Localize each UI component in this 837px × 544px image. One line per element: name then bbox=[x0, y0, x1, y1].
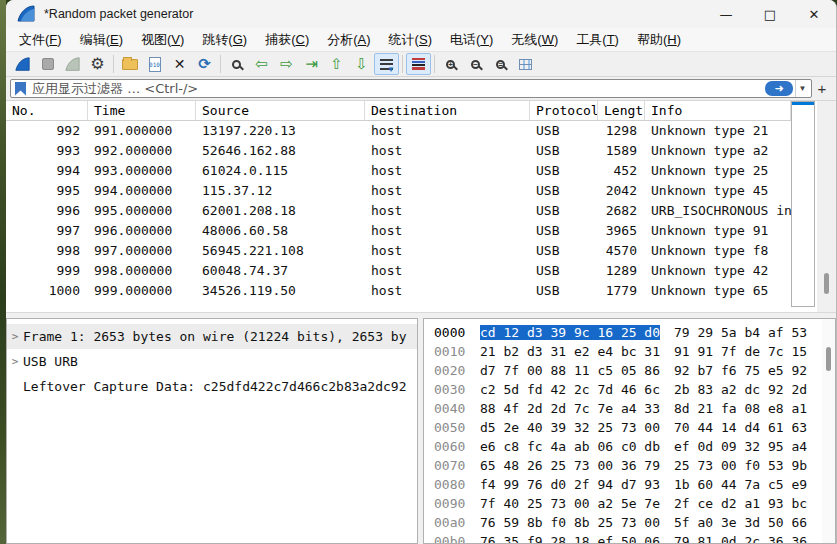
expander-icon[interactable]: > bbox=[7, 330, 23, 343]
hex-bytes-left[interactable]: 76 59 8b f0 8b 25 73 00 bbox=[480, 515, 660, 530]
intelligent-scrollbar-minimap[interactable] bbox=[791, 101, 815, 307]
hex-row[interactable]: 001021 b2 d3 31 e2 e4 bc 3191 91 7f de 7… bbox=[434, 344, 835, 363]
menu-item-4[interactable]: 捕获(C) bbox=[256, 29, 318, 51]
add-filter-button[interactable]: + bbox=[812, 80, 832, 97]
packet-list-scrollbar-thumb[interactable] bbox=[824, 273, 829, 294]
stop-capture-button[interactable] bbox=[35, 53, 60, 75]
column-header-length[interactable]: Length bbox=[598, 101, 645, 120]
go-to-packet-button[interactable]: ⇥ bbox=[299, 53, 324, 75]
hex-bytes-left[interactable]: d7 7f 00 88 11 c5 05 86 bbox=[480, 363, 660, 378]
resize-columns-button[interactable] bbox=[513, 53, 538, 75]
packet-row[interactable]: 998997.00000056945.221.108hostUSB4570Unk… bbox=[6, 241, 791, 261]
menu-item-0[interactable]: 文件(F) bbox=[10, 29, 71, 51]
menu-item-3[interactable]: 跳转(G) bbox=[193, 29, 256, 51]
column-header-info[interactable]: Info bbox=[645, 101, 791, 120]
hex-bytes-right[interactable]: 8d 21 fa 08 e8 a1 bbox=[674, 401, 807, 416]
hex-bytes-left[interactable]: 7f 40 25 73 00 a2 5e 7e bbox=[480, 496, 660, 511]
restart-capture-button[interactable] bbox=[60, 53, 85, 75]
reload-file-button[interactable]: ⟳ bbox=[192, 53, 217, 75]
go-top-button[interactable]: ⇧ bbox=[324, 53, 349, 75]
apply-filter-button[interactable]: ➜ bbox=[765, 81, 793, 96]
hex-bytes-right[interactable]: 2f ce d2 a1 93 bc bbox=[674, 496, 807, 511]
packet-row[interactable]: 996995.00000062001.208.18hostUSB2682URB_… bbox=[6, 201, 791, 221]
menu-item-5[interactable]: 分析(A) bbox=[318, 29, 379, 51]
hex-row[interactable]: 00907f 40 25 73 00 a2 5e 7e2f ce d2 a1 9… bbox=[434, 496, 835, 515]
minimize-button[interactable]: — bbox=[704, 0, 748, 28]
find-packet-button[interactable] bbox=[224, 53, 249, 75]
hex-bytes-left[interactable]: c2 5d fd 42 2c 7d 46 6c bbox=[480, 382, 660, 397]
hex-bytes-right[interactable]: 70 44 14 d4 61 63 bbox=[674, 420, 807, 435]
close-button[interactable]: ✕ bbox=[792, 0, 836, 28]
hex-bytes-right[interactable]: 79 29 5a b4 af 53 bbox=[674, 325, 807, 340]
hex-bytes-right[interactable]: 91 91 7f de 7c 15 bbox=[674, 344, 807, 359]
hex-row[interactable]: 00b076 35 f9 28 18 ef 50 0679 81 0d 2c 3… bbox=[434, 534, 835, 544]
packet-row[interactable]: 997996.00000048006.60.58hostUSB3965Unkno… bbox=[6, 221, 791, 241]
packet-row[interactable]: 993992.00000052646.162.88hostUSB1589Unkn… bbox=[6, 141, 791, 161]
menu-item-6[interactable]: 统计(S) bbox=[380, 29, 441, 51]
detail-tree-item[interactable]: >USB URB bbox=[7, 349, 417, 374]
menu-item-9[interactable]: 工具(T) bbox=[567, 29, 628, 51]
maximize-button[interactable]: □ bbox=[748, 0, 792, 28]
hex-bytes-left[interactable]: e6 c8 fc 4a ab 06 c0 db bbox=[480, 439, 660, 454]
go-forward-button[interactable]: ⇨ bbox=[274, 53, 299, 75]
hex-bytes-left[interactable]: 21 b2 d3 31 e2 e4 bc 31 bbox=[480, 344, 660, 359]
auto-scroll-toggle[interactable]: ▼ bbox=[374, 53, 399, 75]
detail-tree-item[interactable]: >Frame 1: 2653 bytes on wire (21224 bits… bbox=[7, 324, 417, 349]
hex-row[interactable]: 00a076 59 8b f0 8b 25 73 005f a0 3e 3d 5… bbox=[434, 515, 835, 534]
open-file-button[interactable] bbox=[117, 53, 142, 75]
hex-bytes-left[interactable]: 88 4f 2d 2d 7c 7e a4 33 bbox=[480, 401, 660, 416]
hex-scrollbar[interactable] bbox=[822, 319, 835, 543]
bookmark-icon[interactable] bbox=[15, 82, 26, 96]
go-bottom-button[interactable]: ⇩ bbox=[349, 53, 374, 75]
menu-item-7[interactable]: 电话(Y) bbox=[441, 29, 502, 51]
hex-rows[interactable]: 0000cd 12 d3 39 9c 16 25 d079 29 5a b4 a… bbox=[434, 325, 835, 544]
colorize-toggle[interactable] bbox=[406, 53, 431, 75]
hex-bytes-right[interactable]: 2b 83 a2 dc 92 2d bbox=[674, 382, 807, 397]
hex-bytes-right[interactable]: 92 b7 f6 75 e5 92 bbox=[674, 363, 807, 378]
hex-row[interactable]: 0060e6 c8 fc 4a ab 06 c0 dbef 0d 09 32 9… bbox=[434, 439, 835, 458]
display-filter-input[interactable] bbox=[32, 81, 765, 96]
menu-item-1[interactable]: 编辑(E) bbox=[71, 29, 132, 51]
hex-row[interactable]: 0050d5 2e 40 39 32 25 73 0070 44 14 d4 6… bbox=[434, 420, 835, 439]
hex-bytes-right[interactable]: 5f a0 3e 3d 50 66 bbox=[674, 515, 807, 530]
column-header-time[interactable]: Time bbox=[88, 101, 196, 120]
hex-bytes-left[interactable]: f4 99 76 d0 2f 94 d7 93 bbox=[480, 477, 660, 492]
go-back-button[interactable]: ⇦ bbox=[249, 53, 274, 75]
hex-row[interactable]: 007065 48 26 25 73 00 36 7925 73 00 f0 5… bbox=[434, 458, 835, 477]
hex-bytes-right[interactable]: 79 81 0d 2c 36 36 bbox=[674, 534, 807, 544]
packet-row[interactable]: 994993.00000061024.0.115hostUSB452Unknow… bbox=[6, 161, 791, 181]
hex-row[interactable]: 0020d7 7f 00 88 11 c5 05 8692 b7 f6 75 e… bbox=[434, 363, 835, 382]
column-header-source[interactable]: Source bbox=[196, 101, 365, 120]
zoom-in-button[interactable]: + bbox=[438, 53, 463, 75]
detail-tree-item[interactable]: Leftover Capture Data: c25dfd422c7d466c2… bbox=[7, 374, 417, 399]
packet-row[interactable]: 992991.00000013197.220.13hostUSB1298Unkn… bbox=[6, 121, 791, 141]
start-capture-button[interactable] bbox=[10, 53, 35, 75]
hex-bytes-left[interactable]: d5 2e 40 39 32 25 73 00 bbox=[480, 420, 660, 435]
menu-item-8[interactable]: 无线(W) bbox=[502, 29, 567, 51]
packet-list-scrollbar[interactable] bbox=[817, 101, 836, 312]
hex-row[interactable]: 004088 4f 2d 2d 7c 7e a4 338d 21 fa 08 e… bbox=[434, 401, 835, 420]
save-file-button[interactable]: 010 bbox=[142, 53, 167, 75]
packet-row[interactable]: 999998.00000060048.74.37hostUSB1289Unkno… bbox=[6, 261, 791, 281]
hex-row[interactable]: 0030c2 5d fd 42 2c 7d 46 6c2b 83 a2 dc 9… bbox=[434, 382, 835, 401]
hex-bytes-right[interactable]: ef 0d 09 32 95 a4 bbox=[674, 439, 807, 454]
hex-scrollbar-thumb[interactable] bbox=[826, 347, 831, 371]
packet-row[interactable]: 1000999.00000034526.119.50hostUSB1779Unk… bbox=[6, 281, 791, 301]
packet-row[interactable]: 995994.000000115.37.12hostUSB2042Unknown… bbox=[6, 181, 791, 201]
hex-row[interactable]: 0080f4 99 76 d0 2f 94 d7 931b 60 44 7a c… bbox=[434, 477, 835, 496]
close-file-button[interactable]: ✕ bbox=[167, 53, 192, 75]
zoom-reset-button[interactable]: = bbox=[488, 53, 513, 75]
capture-options-button[interactable]: ⚙ bbox=[85, 53, 110, 75]
hex-bytes-left[interactable]: 76 35 f9 28 18 ef 50 06 bbox=[480, 534, 660, 544]
hex-bytes-right[interactable]: 1b 60 44 7a c5 e9 bbox=[674, 477, 807, 492]
hex-row[interactable]: 0000cd 12 d3 39 9c 16 25 d079 29 5a b4 a… bbox=[434, 325, 835, 344]
menu-item-2[interactable]: 视图(V) bbox=[132, 29, 193, 51]
expander-icon[interactable]: > bbox=[7, 355, 23, 368]
menu-item-10[interactable]: 帮助(H) bbox=[628, 29, 690, 51]
hex-bytes-right[interactable]: 25 73 00 f0 53 9b bbox=[674, 458, 807, 473]
column-header-destination[interactable]: Destination bbox=[365, 101, 530, 120]
filter-dropdown-caret[interactable]: ▼ bbox=[795, 80, 809, 97]
hex-bytes-left[interactable]: cd 12 d3 39 9c 16 25 d0 bbox=[480, 325, 660, 340]
zoom-out-button[interactable]: − bbox=[463, 53, 488, 75]
column-header-no[interactable]: No. bbox=[6, 101, 88, 120]
